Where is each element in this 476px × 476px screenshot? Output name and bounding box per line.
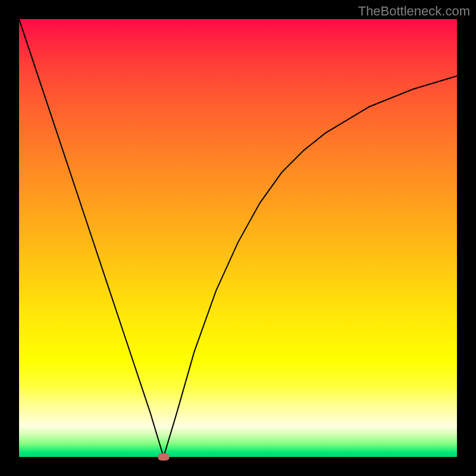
plot-area <box>19 19 457 457</box>
bottleneck-curve <box>19 19 457 457</box>
chart-frame: TheBottleneck.com <box>0 0 476 476</box>
curve-path <box>19 19 457 457</box>
watermark-text: TheBottleneck.com <box>358 4 470 19</box>
optimal-point-marker <box>158 453 170 461</box>
